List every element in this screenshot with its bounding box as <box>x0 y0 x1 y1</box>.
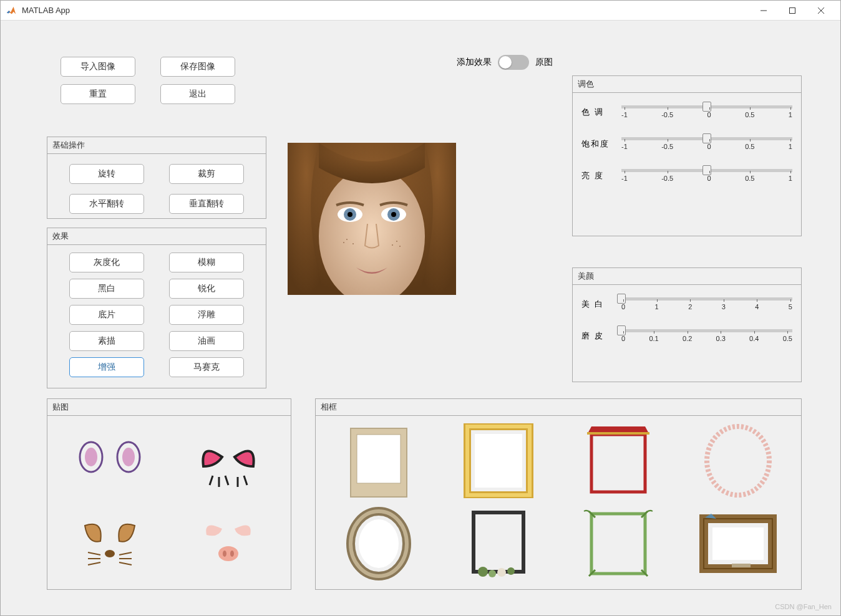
smooth-slider[interactable] <box>621 329 792 332</box>
hue-label: 色 调 <box>581 105 613 118</box>
frame-chinese[interactable] <box>561 422 675 499</box>
svg-point-51 <box>489 570 496 577</box>
enhance-button[interactable]: 增强 <box>69 357 144 377</box>
maximize-button[interactable] <box>778 1 807 21</box>
preview-face-placeholder <box>288 143 456 295</box>
save-button[interactable]: 保存图像 <box>160 57 235 77</box>
svg-point-48 <box>359 519 399 568</box>
content-area: 添加效果 原图 导入图像 保存图像 重置 退出 基础操作 旋转 裁剪 <box>1 21 840 615</box>
whiten-thumb[interactable] <box>617 294 626 304</box>
mosaic-button[interactable]: 马赛克 <box>169 357 244 377</box>
flip-v-button[interactable]: 垂直翻转 <box>169 194 244 214</box>
toggle-right-label: 原图 <box>535 57 553 68</box>
frame-gold[interactable] <box>442 422 555 499</box>
toggle-knob <box>499 56 512 69</box>
hue-slider-row: 色 调 -1-0.500.51 <box>581 105 792 118</box>
brightness-thumb[interactable] <box>702 165 711 175</box>
emboss-button[interactable]: 浮雕 <box>169 305 244 325</box>
frame-bamboo[interactable] <box>561 506 675 583</box>
gray-button[interactable]: 灰度化 <box>69 253 144 272</box>
effects-panel-title: 效果 <box>47 228 266 245</box>
svg-rect-1 <box>790 7 795 13</box>
svg-point-35 <box>218 546 238 561</box>
sticker-pig-ears[interactable] <box>172 506 284 578</box>
titlebar-left: MATLAB App <box>6 5 70 16</box>
sticker-bunny-ears[interactable] <box>54 427 166 499</box>
svg-line-29 <box>88 552 100 555</box>
svg-point-28 <box>105 550 115 557</box>
frame-wood[interactable] <box>681 506 795 583</box>
effect-toggle-group: 添加效果 原图 <box>457 55 553 70</box>
flip-h-button[interactable]: 水平翻转 <box>69 194 144 214</box>
frame-panel: 相框 <box>315 398 802 590</box>
svg-point-50 <box>478 567 488 577</box>
svg-point-52 <box>497 568 506 577</box>
sticker-dog-ears[interactable] <box>54 506 166 578</box>
svg-rect-54 <box>591 514 645 574</box>
hue-slider[interactable] <box>621 105 792 108</box>
svg-rect-49 <box>474 513 523 572</box>
saturation-slider[interactable] <box>621 137 792 140</box>
close-button[interactable] <box>807 1 835 21</box>
effect-toggle[interactable] <box>498 55 529 70</box>
svg-line-32 <box>119 552 132 555</box>
import-button[interactable]: 导入图像 <box>61 57 135 77</box>
svg-line-34 <box>119 562 132 565</box>
image-preview <box>288 143 456 295</box>
svg-point-15 <box>396 241 397 242</box>
exit-button[interactable]: 退出 <box>160 84 235 104</box>
whiten-slider-row: 美 白 012345 <box>581 297 792 310</box>
svg-line-31 <box>88 562 100 565</box>
beauty-panel-title: 美颜 <box>573 268 801 285</box>
frame-floral[interactable] <box>442 506 555 583</box>
smooth-thumb[interactable] <box>617 325 626 335</box>
svg-point-11 <box>391 212 396 217</box>
svg-rect-39 <box>357 435 401 483</box>
negative-button[interactable]: 底片 <box>69 305 144 325</box>
rotate-button[interactable]: 旋转 <box>69 164 144 184</box>
basic-panel-title: 基础操作 <box>47 137 266 154</box>
saturation-label: 饱和度 <box>581 137 613 150</box>
color-panel: 调色 色 调 -1-0.500.51 饱和度 -1-0.500.51 <box>572 75 802 236</box>
svg-point-21 <box>122 448 135 466</box>
crop-button[interactable]: 裁剪 <box>169 164 244 184</box>
oil-button[interactable]: 油画 <box>169 331 244 351</box>
minimize-button[interactable] <box>749 1 778 21</box>
brightness-slider-row: 亮 度 -1-0.500.51 <box>581 169 792 182</box>
bw-button[interactable]: 黑白 <box>69 279 144 299</box>
window-title: MATLAB App <box>22 6 70 15</box>
sticker-cat-ears[interactable] <box>172 427 284 499</box>
reset-button[interactable]: 重置 <box>61 84 135 104</box>
effects-panel: 效果 灰度化模糊 黑白锐化 底片浮雕 素描油画 增强马赛克 <box>47 228 266 388</box>
window-controls <box>749 1 835 21</box>
frame-oval-ornate[interactable] <box>322 506 435 583</box>
frame-oval-pink[interactable] <box>681 422 795 499</box>
color-panel-title: 调色 <box>573 76 801 93</box>
svg-point-53 <box>507 567 515 575</box>
svg-rect-42 <box>475 434 522 488</box>
smooth-slider-row: 磨 皮 00.10.20.30.40.5 <box>581 329 792 342</box>
sharpen-button[interactable]: 锐化 <box>169 279 244 299</box>
top-button-group: 导入图像 保存图像 重置 退出 <box>61 57 235 104</box>
sketch-button[interactable]: 素描 <box>69 331 144 351</box>
svg-point-12 <box>343 242 344 243</box>
sticker-panel: 贴图 <box>47 398 291 590</box>
frame-paper[interactable] <box>322 422 435 499</box>
app-window: MATLAB App 添加效果 原图 导入图像 保存图像 重置 退出 基础操作 <box>0 0 841 616</box>
beauty-panel: 美颜 美 白 012345 磨 皮 00.10.20.30.40.5 <box>572 267 802 382</box>
blur-button[interactable]: 模糊 <box>169 253 244 272</box>
frame-panel-title: 相框 <box>316 399 801 416</box>
basic-ops-panel: 基础操作 旋转 裁剪 水平翻转 垂直翻转 <box>47 137 266 219</box>
whiten-slider[interactable] <box>621 297 792 301</box>
brightness-slider[interactable] <box>621 169 792 172</box>
hue-thumb[interactable] <box>702 102 711 112</box>
svg-line-22 <box>210 476 213 485</box>
smooth-label: 磨 皮 <box>581 329 613 342</box>
saturation-slider-row: 饱和度 -1-0.500.51 <box>581 137 792 150</box>
svg-point-45 <box>707 426 769 495</box>
saturation-thumb[interactable] <box>702 133 711 143</box>
svg-point-37 <box>230 551 234 557</box>
svg-rect-58 <box>732 564 751 567</box>
svg-point-16 <box>392 244 393 246</box>
svg-rect-44 <box>587 432 649 435</box>
